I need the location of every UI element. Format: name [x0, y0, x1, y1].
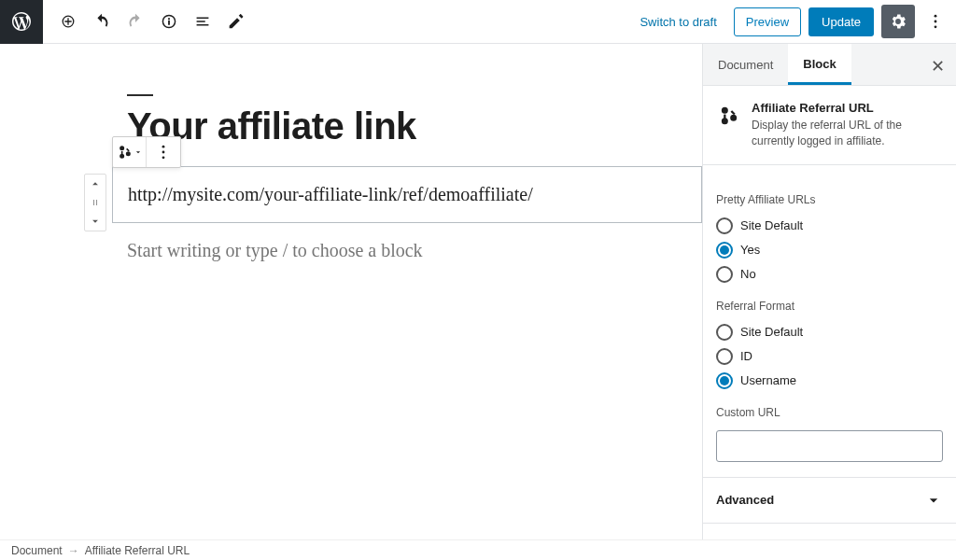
- svg-point-11: [96, 203, 97, 204]
- editor-topbar: Switch to draft Preview Update: [0, 0, 956, 44]
- settings-sidebar: Document Block ✕ Affiliate Referral URL …: [702, 44, 956, 539]
- block-more-options[interactable]: [147, 137, 180, 167]
- custom-url-input[interactable]: [716, 430, 943, 462]
- radio-icon: [716, 372, 733, 389]
- outline-button[interactable]: [187, 6, 218, 37]
- pretty-urls-option-site-default[interactable]: Site Default: [716, 214, 943, 238]
- svg-point-1: [935, 21, 937, 23]
- affiliate-icon: [716, 103, 742, 129]
- radio-icon: [716, 266, 733, 283]
- close-sidebar[interactable]: ✕: [924, 53, 950, 79]
- move-up[interactable]: [85, 175, 105, 193]
- svg-point-4: [162, 151, 165, 154]
- preview-button[interactable]: Preview: [734, 7, 801, 36]
- svg-point-8: [93, 202, 94, 203]
- sidebar-tabs: Document Block ✕: [703, 44, 956, 86]
- block-toolbar: [112, 136, 181, 168]
- breadcrumb-separator: →: [68, 544, 79, 557]
- radio-icon: [716, 217, 733, 234]
- pretty-urls-option-yes[interactable]: Yes: [716, 238, 943, 262]
- radio-label: Site Default: [740, 325, 803, 339]
- radio-label: ID: [740, 349, 752, 363]
- more-menu-button[interactable]: [922, 5, 949, 38]
- radio-label: No: [740, 267, 756, 281]
- block-card-panel: Affiliate Referral URL Display the refer…: [703, 86, 956, 165]
- pretty-urls-label: Pretty Affiliate URLs: [716, 193, 943, 206]
- pretty-urls-option-no[interactable]: No: [716, 262, 943, 287]
- tab-document[interactable]: Document: [703, 44, 788, 85]
- svg-point-10: [93, 203, 94, 204]
- referral-format-label: Referral Format: [716, 300, 943, 313]
- custom-url-label: Custom URL: [716, 406, 943, 419]
- toolbar-right: Switch to draft Preview Update: [630, 5, 956, 38]
- undo-button[interactable]: [86, 6, 118, 37]
- redo-button[interactable]: [120, 6, 151, 37]
- advanced-panel-toggle[interactable]: Advanced: [703, 478, 956, 524]
- radio-label: Username: [740, 373, 796, 387]
- edit-button[interactable]: [220, 6, 252, 37]
- referral-format-option-site-default[interactable]: Site Default: [716, 320, 943, 344]
- radio-label: Site Default: [740, 218, 803, 232]
- chevron-down-icon: [924, 491, 943, 510]
- svg-point-5: [162, 156, 165, 159]
- block-card-title: Affiliate Referral URL: [752, 101, 943, 115]
- tab-block[interactable]: Block: [788, 44, 851, 85]
- svg-point-7: [96, 200, 97, 201]
- settings-toggle[interactable]: [881, 5, 915, 38]
- drag-handle[interactable]: [85, 193, 105, 212]
- title-divider: [127, 94, 153, 96]
- breadcrumb-root[interactable]: Document: [11, 544, 63, 557]
- advanced-label: Advanced: [716, 493, 774, 507]
- block-card-description: Display the referral URL of the currentl…: [752, 118, 943, 149]
- referral-format-option-username[interactable]: Username: [716, 369, 943, 393]
- affiliate-url-block[interactable]: http://mysite.com/your-affiliate-link/re…: [112, 166, 702, 223]
- block-icon-dropdown[interactable]: [113, 137, 147, 167]
- toolbar-left: [43, 6, 252, 37]
- svg-point-6: [93, 200, 94, 201]
- referral-format-option-id[interactable]: ID: [716, 344, 943, 369]
- switch-to-draft-button[interactable]: Switch to draft: [630, 9, 725, 35]
- svg-point-2: [935, 25, 937, 28]
- affiliate-url-display[interactable]: http://mysite.com/your-affiliate-link/re…: [112, 166, 702, 223]
- radio-icon: [716, 242, 733, 259]
- new-block-placeholder[interactable]: Start writing or type / to choose a bloc…: [112, 223, 702, 278]
- svg-point-9: [96, 202, 97, 203]
- radio-icon: [716, 324, 733, 341]
- radio-label: Yes: [740, 243, 760, 257]
- svg-point-0: [935, 15, 937, 18]
- wordpress-logo[interactable]: [0, 0, 43, 44]
- svg-point-3: [162, 146, 165, 148]
- move-down[interactable]: [85, 212, 105, 231]
- radio-icon: [716, 348, 733, 365]
- update-button[interactable]: Update: [808, 7, 874, 36]
- info-button[interactable]: [153, 6, 185, 37]
- breadcrumb-current[interactable]: Affiliate Referral URL: [85, 544, 190, 557]
- page-title[interactable]: Your affiliate link: [112, 105, 702, 166]
- breadcrumb: Document → Affiliate Referral URL: [0, 539, 956, 560]
- block-settings-panel: Pretty Affiliate URLs Site DefaultYesNo …: [703, 165, 956, 478]
- add-block-button[interactable]: [52, 6, 84, 37]
- editor-canvas[interactable]: Your affiliate link http://mysit: [0, 44, 702, 539]
- block-movers: [84, 174, 106, 231]
